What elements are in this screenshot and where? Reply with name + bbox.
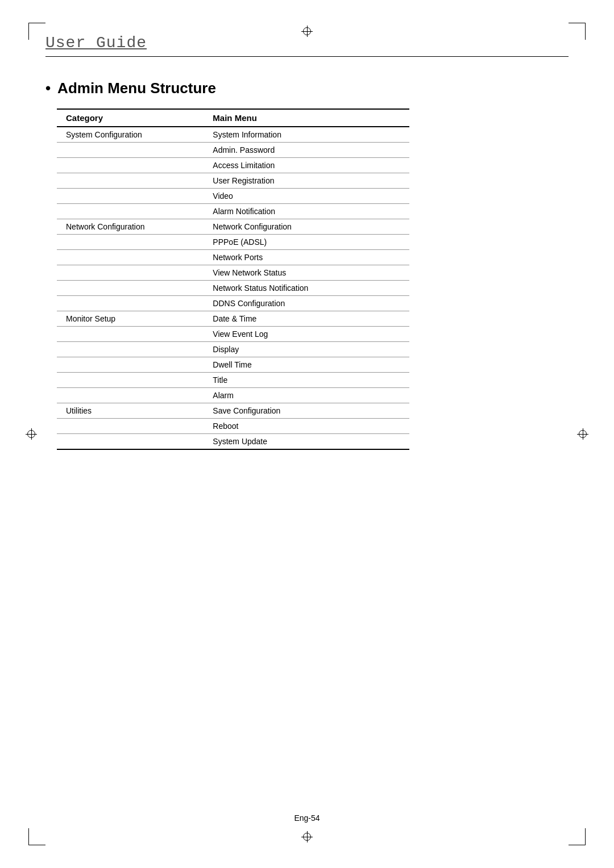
main-menu-cell: Date & Time [204, 311, 409, 327]
category-cell [57, 204, 204, 219]
table-row: View Event Log [57, 327, 409, 342]
bullet-icon: • [45, 80, 51, 97]
table-row: Dwell Time [57, 357, 409, 373]
section-heading: • Admin Menu Structure [45, 80, 569, 97]
reg-mark-top [301, 26, 313, 37]
page: User Guide • Admin Menu Structure Catego… [0, 0, 614, 868]
page-title: User Guide [45, 34, 147, 52]
main-menu-cell: Display [204, 342, 409, 357]
table-row: Alarm Notification [57, 204, 409, 219]
table-row: Admin. Password [57, 143, 409, 158]
table-row: Network ConfigurationNetwork Configurati… [57, 219, 409, 235]
section-title: Admin Menu Structure [57, 80, 216, 97]
table-row: DDNS Configuration [57, 296, 409, 311]
corner-mark-top-right [569, 23, 586, 40]
main-menu-cell: Save Configuration [204, 403, 409, 419]
main-menu-cell: Alarm Notification [204, 204, 409, 219]
table-row: System ConfigurationSystem Information [57, 127, 409, 143]
main-menu-cell: PPPoE (ADSL) [204, 235, 409, 250]
table-header-row: Category Main Menu [57, 109, 409, 127]
table-row: Video [57, 189, 409, 204]
page-footer: Eng-54 [0, 813, 614, 823]
main-menu-cell: Admin. Password [204, 143, 409, 158]
table-row: Network Ports [57, 250, 409, 265]
main-menu-cell: Network Status Notification [204, 281, 409, 296]
main-menu-cell: Alarm [204, 388, 409, 403]
category-cell: Monitor Setup [57, 311, 204, 327]
reg-mark-right [577, 428, 588, 440]
category-cell [57, 158, 204, 173]
category-cell [57, 265, 204, 281]
page-number: Eng-54 [294, 813, 320, 823]
category-cell [57, 143, 204, 158]
main-menu-cell: Title [204, 373, 409, 388]
main-menu-cell: Video [204, 189, 409, 204]
main-menu-cell: Network Ports [204, 250, 409, 265]
table-row: Title [57, 373, 409, 388]
main-menu-cell: Reboot [204, 419, 409, 434]
category-cell [57, 388, 204, 403]
table-row: Network Status Notification [57, 281, 409, 296]
category-cell [57, 296, 204, 311]
corner-mark-bottom-right [569, 828, 586, 845]
main-menu-cell: View Event Log [204, 327, 409, 342]
table-row: Access Limitation [57, 158, 409, 173]
corner-mark-top-left [28, 23, 45, 40]
main-menu-cell: View Network Status [204, 265, 409, 281]
category-cell [57, 434, 204, 450]
table-row: Display [57, 342, 409, 357]
table-row: Alarm [57, 388, 409, 403]
reg-mark-left [26, 428, 37, 440]
category-cell [57, 281, 204, 296]
category-cell [57, 250, 204, 265]
main-menu-cell: User Registration [204, 173, 409, 189]
main-menu-cell: Network Configuration [204, 219, 409, 235]
table-row: PPPoE (ADSL) [57, 235, 409, 250]
category-cell: Utilities [57, 403, 204, 419]
corner-mark-bottom-left [28, 828, 45, 845]
table-row: Monitor SetupDate & Time [57, 311, 409, 327]
table-row: View Network Status [57, 265, 409, 281]
category-cell [57, 373, 204, 388]
category-cell [57, 173, 204, 189]
table-row: User Registration [57, 173, 409, 189]
category-cell [57, 342, 204, 357]
col-header-main-menu: Main Menu [204, 109, 409, 127]
main-menu-cell: DDNS Configuration [204, 296, 409, 311]
page-header: User Guide [45, 34, 569, 57]
admin-menu-table: Category Main Menu System ConfigurationS… [57, 108, 409, 450]
table-row: System Update [57, 434, 409, 450]
main-menu-cell: System Information [204, 127, 409, 143]
category-cell [57, 419, 204, 434]
col-header-category: Category [57, 109, 204, 127]
category-cell: Network Configuration [57, 219, 204, 235]
main-menu-cell: Dwell Time [204, 357, 409, 373]
category-cell [57, 357, 204, 373]
category-cell: System Configuration [57, 127, 204, 143]
table-row: Reboot [57, 419, 409, 434]
category-cell [57, 235, 204, 250]
main-menu-cell: System Update [204, 434, 409, 450]
table-row: UtilitiesSave Configuration [57, 403, 409, 419]
category-cell [57, 189, 204, 204]
reg-mark-bottom [301, 831, 313, 842]
main-menu-cell: Access Limitation [204, 158, 409, 173]
category-cell [57, 327, 204, 342]
